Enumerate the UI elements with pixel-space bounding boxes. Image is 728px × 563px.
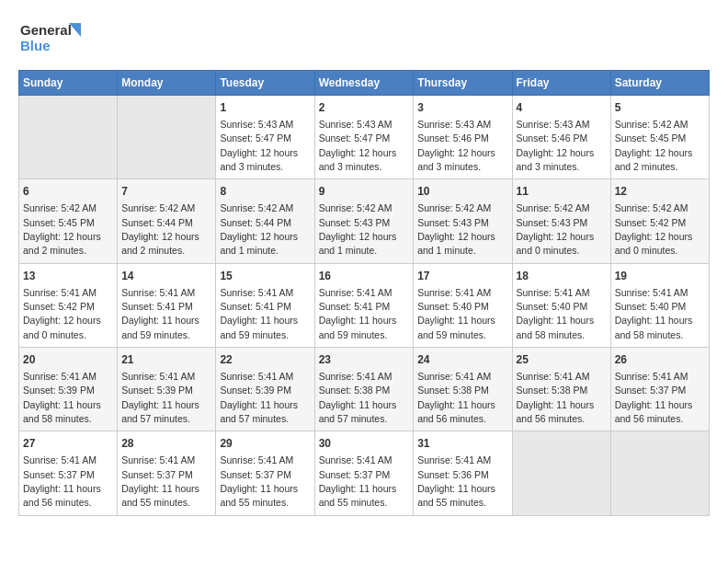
day-number: 26 bbox=[615, 352, 705, 368]
header-sunday: Sunday bbox=[19, 71, 118, 96]
day-number: 25 bbox=[517, 352, 607, 368]
day-number: 28 bbox=[121, 436, 211, 452]
cell-content: Sunrise: 5:42 AMSunset: 5:43 PMDaylight:… bbox=[417, 202, 495, 256]
calendar-cell bbox=[512, 431, 610, 515]
calendar-table: SundayMondayTuesdayWednesdayThursdayFrid… bbox=[18, 70, 710, 516]
cell-content: Sunrise: 5:41 AMSunset: 5:37 PMDaylight:… bbox=[121, 454, 199, 508]
cell-content: Sunrise: 5:42 AMSunset: 5:45 PMDaylight:… bbox=[23, 202, 101, 256]
calendar-cell: 3Sunrise: 5:43 AMSunset: 5:46 PMDaylight… bbox=[414, 96, 512, 179]
calendar-cell bbox=[610, 431, 709, 515]
cell-content: Sunrise: 5:41 AMSunset: 5:40 PMDaylight:… bbox=[517, 287, 595, 340]
logo: GeneralBlue bbox=[18, 18, 92, 55]
cell-content: Sunrise: 5:43 AMSunset: 5:47 PMDaylight:… bbox=[319, 119, 397, 172]
day-number: 19 bbox=[615, 269, 705, 284]
calendar-cell: 22Sunrise: 5:41 AMSunset: 5:39 PMDayligh… bbox=[216, 348, 314, 431]
calendar-cell: 1Sunrise: 5:43 AMSunset: 5:47 PMDaylight… bbox=[216, 96, 314, 179]
cell-content: Sunrise: 5:41 AMSunset: 5:37 PMDaylight:… bbox=[220, 454, 298, 508]
day-number: 20 bbox=[23, 352, 113, 368]
day-number: 29 bbox=[220, 436, 310, 452]
calendar-cell: 17Sunrise: 5:41 AMSunset: 5:40 PMDayligh… bbox=[414, 263, 512, 347]
cell-content: Sunrise: 5:42 AMSunset: 5:43 PMDaylight:… bbox=[319, 202, 397, 256]
cell-content: Sunrise: 5:41 AMSunset: 5:41 PMDaylight:… bbox=[319, 287, 397, 340]
cell-content: Sunrise: 5:42 AMSunset: 5:44 PMDaylight:… bbox=[121, 202, 199, 256]
cell-content: Sunrise: 5:41 AMSunset: 5:37 PMDaylight:… bbox=[615, 371, 693, 424]
day-number: 9 bbox=[319, 184, 410, 200]
calendar-header-row: SundayMondayTuesdayWednesdayThursdayFrid… bbox=[19, 71, 710, 96]
calendar-cell: 14Sunrise: 5:41 AMSunset: 5:41 PMDayligh… bbox=[118, 263, 216, 347]
calendar-cell: 31Sunrise: 5:41 AMSunset: 5:36 PMDayligh… bbox=[414, 431, 512, 515]
calendar-cell: 23Sunrise: 5:41 AMSunset: 5:38 PMDayligh… bbox=[314, 348, 414, 431]
cell-content: Sunrise: 5:42 AMSunset: 5:44 PMDaylight:… bbox=[220, 202, 298, 256]
calendar-cell: 8Sunrise: 5:42 AMSunset: 5:44 PMDaylight… bbox=[216, 179, 314, 263]
day-number: 21 bbox=[121, 352, 211, 368]
cell-content: Sunrise: 5:41 AMSunset: 5:37 PMDaylight:… bbox=[23, 454, 101, 508]
day-number: 5 bbox=[615, 100, 705, 116]
day-number: 17 bbox=[417, 269, 507, 284]
cell-content: Sunrise: 5:41 AMSunset: 5:41 PMDaylight:… bbox=[220, 287, 298, 340]
calendar-cell: 9Sunrise: 5:42 AMSunset: 5:43 PMDaylight… bbox=[314, 179, 414, 263]
day-number: 18 bbox=[517, 269, 607, 284]
logo-svg: GeneralBlue bbox=[18, 18, 92, 55]
cell-content: Sunrise: 5:41 AMSunset: 5:39 PMDaylight:… bbox=[23, 371, 101, 424]
header-tuesday: Tuesday bbox=[216, 71, 314, 96]
cell-content: Sunrise: 5:41 AMSunset: 5:41 PMDaylight:… bbox=[121, 287, 199, 340]
page-header: GeneralBlue bbox=[18, 18, 710, 55]
cell-content: Sunrise: 5:41 AMSunset: 5:39 PMDaylight:… bbox=[220, 371, 298, 424]
day-number: 8 bbox=[220, 184, 310, 200]
day-number: 2 bbox=[319, 100, 410, 116]
day-number: 27 bbox=[23, 436, 113, 452]
calendar-cell: 19Sunrise: 5:41 AMSunset: 5:40 PMDayligh… bbox=[610, 263, 709, 347]
day-number: 6 bbox=[23, 184, 113, 200]
calendar-cell bbox=[118, 96, 216, 179]
cell-content: Sunrise: 5:42 AMSunset: 5:45 PMDaylight:… bbox=[615, 119, 693, 172]
header-thursday: Thursday bbox=[414, 71, 512, 96]
calendar-cell: 12Sunrise: 5:42 AMSunset: 5:42 PMDayligh… bbox=[610, 179, 709, 263]
calendar-cell: 11Sunrise: 5:42 AMSunset: 5:43 PMDayligh… bbox=[512, 179, 610, 263]
day-number: 3 bbox=[417, 100, 507, 116]
day-number: 14 bbox=[121, 269, 211, 284]
calendar-week-2: 6Sunrise: 5:42 AMSunset: 5:45 PMDaylight… bbox=[19, 179, 710, 263]
calendar-cell: 30Sunrise: 5:41 AMSunset: 5:37 PMDayligh… bbox=[314, 431, 414, 515]
day-number: 24 bbox=[417, 352, 507, 368]
calendar-cell: 18Sunrise: 5:41 AMSunset: 5:40 PMDayligh… bbox=[512, 263, 610, 347]
cell-content: Sunrise: 5:41 AMSunset: 5:36 PMDaylight:… bbox=[417, 454, 495, 508]
calendar-week-1: 1Sunrise: 5:43 AMSunset: 5:47 PMDaylight… bbox=[19, 96, 710, 179]
calendar-cell bbox=[19, 96, 118, 179]
calendar-week-4: 20Sunrise: 5:41 AMSunset: 5:39 PMDayligh… bbox=[19, 348, 710, 431]
calendar-cell: 7Sunrise: 5:42 AMSunset: 5:44 PMDaylight… bbox=[118, 179, 216, 263]
day-number: 22 bbox=[220, 352, 310, 368]
calendar-cell: 26Sunrise: 5:41 AMSunset: 5:37 PMDayligh… bbox=[610, 348, 709, 431]
day-number: 10 bbox=[417, 184, 507, 200]
day-number: 1 bbox=[220, 100, 310, 116]
calendar-week-5: 27Sunrise: 5:41 AMSunset: 5:37 PMDayligh… bbox=[19, 431, 710, 515]
day-number: 23 bbox=[319, 352, 410, 368]
calendar-cell: 4Sunrise: 5:43 AMSunset: 5:46 PMDaylight… bbox=[512, 96, 610, 179]
cell-content: Sunrise: 5:41 AMSunset: 5:38 PMDaylight:… bbox=[319, 371, 397, 424]
cell-content: Sunrise: 5:43 AMSunset: 5:46 PMDaylight:… bbox=[417, 119, 495, 172]
svg-text:Blue: Blue bbox=[20, 38, 51, 53]
calendar-cell: 5Sunrise: 5:42 AMSunset: 5:45 PMDaylight… bbox=[610, 96, 709, 179]
cell-content: Sunrise: 5:41 AMSunset: 5:40 PMDaylight:… bbox=[417, 287, 495, 340]
day-number: 12 bbox=[615, 184, 705, 200]
cell-content: Sunrise: 5:43 AMSunset: 5:46 PMDaylight:… bbox=[517, 119, 595, 172]
calendar-cell: 25Sunrise: 5:41 AMSunset: 5:38 PMDayligh… bbox=[512, 348, 610, 431]
day-number: 4 bbox=[517, 100, 607, 116]
header-monday: Monday bbox=[118, 71, 216, 96]
calendar-cell: 13Sunrise: 5:41 AMSunset: 5:42 PMDayligh… bbox=[19, 263, 118, 347]
day-number: 7 bbox=[121, 184, 211, 200]
calendar-cell: 10Sunrise: 5:42 AMSunset: 5:43 PMDayligh… bbox=[414, 179, 512, 263]
calendar-cell: 20Sunrise: 5:41 AMSunset: 5:39 PMDayligh… bbox=[19, 348, 118, 431]
svg-text:General: General bbox=[20, 22, 72, 38]
header-friday: Friday bbox=[512, 71, 610, 96]
header-saturday: Saturday bbox=[610, 71, 709, 96]
day-number: 16 bbox=[319, 269, 410, 284]
calendar-cell: 21Sunrise: 5:41 AMSunset: 5:39 PMDayligh… bbox=[118, 348, 216, 431]
day-number: 15 bbox=[220, 269, 310, 284]
cell-content: Sunrise: 5:42 AMSunset: 5:43 PMDaylight:… bbox=[517, 202, 595, 256]
cell-content: Sunrise: 5:41 AMSunset: 5:39 PMDaylight:… bbox=[121, 371, 199, 424]
day-number: 30 bbox=[319, 436, 410, 452]
cell-content: Sunrise: 5:41 AMSunset: 5:38 PMDaylight:… bbox=[417, 371, 495, 424]
calendar-cell: 6Sunrise: 5:42 AMSunset: 5:45 PMDaylight… bbox=[19, 179, 118, 263]
calendar-cell: 2Sunrise: 5:43 AMSunset: 5:47 PMDaylight… bbox=[314, 96, 414, 179]
cell-content: Sunrise: 5:41 AMSunset: 5:38 PMDaylight:… bbox=[517, 371, 595, 424]
